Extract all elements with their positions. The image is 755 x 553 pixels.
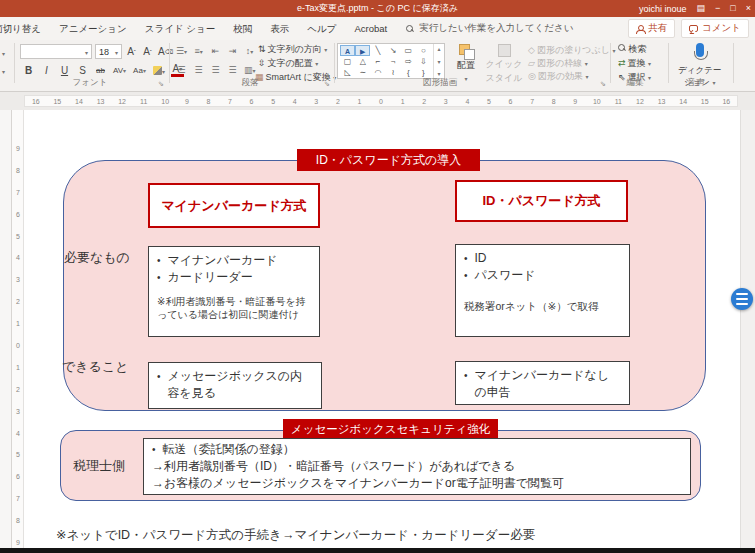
align-right-button[interactable]: ☰ [209, 63, 222, 77]
shape-glyph[interactable]: ≀ [386, 67, 401, 78]
quick-styles-button[interactable]: クイック スタイル [485, 44, 523, 85]
row-label-tax-accountant[interactable]: 税理士側 [73, 457, 125, 475]
ribbon-tab-row: 面切り替え アニメーション スライド ショー 校閲 表示 ヘルプ Acrobat… [0, 17, 755, 40]
tab-acrobat[interactable]: Acrobat [345, 17, 396, 40]
tab-animations[interactable]: アニメーション [50, 17, 136, 40]
replace-button[interactable]: 置換 [618, 57, 651, 70]
shape-glyph[interactable]: ⇩ [416, 56, 431, 67]
shape-glyph[interactable]: ▶ [355, 45, 370, 56]
needs-right-note: 税務署orネット（※）で取得 [464, 299, 621, 313]
gallery-up-icon[interactable]: ▴ [437, 45, 440, 52]
cando-left-box[interactable]: •メッセージボックスの内容を見る [148, 362, 322, 409]
share-button[interactable]: 共有 [628, 19, 675, 38]
needs-right-box[interactable]: •ID •パスワード 税務署orネット（※）で取得 [455, 244, 630, 337]
line-spacing-button[interactable]: ↕ [243, 44, 256, 58]
shape-glyph[interactable]: ▭ [401, 45, 416, 56]
bold-button[interactable]: B [22, 63, 35, 77]
cando-right-box[interactable]: •マイナンバーカードなしの申告 [455, 361, 630, 405]
shape-glyph[interactable]: ╲ [370, 45, 385, 56]
shape-glyph[interactable]: ⌐ [370, 56, 385, 67]
underline-button[interactable]: U [58, 63, 71, 77]
align-text-button[interactable]: 文字の配置 [258, 57, 318, 70]
character-spacing-button[interactable]: AV [112, 63, 127, 77]
gallery-down-icon[interactable]: ▾ [437, 58, 440, 65]
text-shadow-button[interactable]: S [76, 63, 89, 77]
find-icon [618, 44, 626, 52]
font-name-combo[interactable] [20, 44, 92, 59]
taskbar-edge [0, 548, 755, 553]
ribbon-display-options-icon[interactable]: ▤ [697, 0, 706, 17]
decrease-indent-button[interactable]: ⇤ [209, 44, 222, 58]
search-placeholder: 実行したい作業を入力してください [419, 22, 573, 35]
bullet-icon: • [157, 368, 161, 403]
shape-glyph[interactable]: ∼ [355, 67, 370, 78]
bullet-icon: • [464, 250, 468, 267]
clipboard-dropdown-icon[interactable] [2, 48, 5, 58]
align-center-button[interactable]: ☰ [192, 63, 205, 77]
minimize-icon[interactable]: − [715, 0, 720, 17]
close-icon[interactable]: × [746, 0, 751, 17]
slides-dropdown-icon[interactable] [2, 66, 5, 76]
row-label-necessary[interactable]: 必要なもの [64, 249, 130, 267]
mynumber-card-method-header[interactable]: マイナンバーカード方式 [148, 183, 320, 228]
change-case-button[interactable]: Aa [132, 63, 147, 77]
italic-button[interactable]: I [40, 63, 53, 77]
shape-glyph[interactable]: A [340, 45, 355, 56]
shape-effects-button[interactable]: 図形の効果 [528, 70, 589, 83]
shrink-font-button[interactable]: Aˇ [141, 45, 154, 59]
font-size-combo[interactable]: 18 [95, 44, 122, 59]
security-banner[interactable]: メッセージボックスセキュリティ強化 [283, 419, 498, 440]
shape-glyph[interactable]: ¬ [386, 56, 401, 67]
slide-footnote[interactable]: ※ネットでID・パスワード方式の手続き→マイナンバーカード・カードリーダー必要 [56, 527, 535, 544]
clear-formatting-button[interactable]: A⌫ [157, 45, 174, 59]
shape-glyph[interactable]: △ [355, 56, 370, 67]
row-label-cando[interactable]: できること [62, 358, 129, 376]
shape-outline-button[interactable]: 図形の枠線 [528, 57, 588, 70]
text-highlight-button[interactable] [152, 63, 166, 77]
shape-glyph[interactable]: ◺ [340, 67, 355, 78]
grow-font-button[interactable]: Aˆ [125, 45, 138, 59]
text-direction-button[interactable]: 文字列の方向 [258, 43, 327, 56]
shapes-gallery-scroll[interactable]: ▴ ▾ ▾ [433, 44, 444, 78]
floating-touch-widget[interactable] [731, 288, 753, 310]
increase-indent-button[interactable]: ⇥ [226, 44, 239, 58]
strikethrough-button[interactable]: ab [94, 63, 107, 77]
restore-icon[interactable]: □ [730, 0, 735, 17]
tab-transitions[interactable]: 面切り替え [0, 17, 50, 40]
align-left-button[interactable]: ☰ [175, 63, 188, 77]
editing-group-label: 編集 [615, 77, 655, 89]
user-name: yoichi inoue [639, 4, 687, 14]
shape-glyph[interactable]: ↘ [386, 45, 401, 56]
bullets-button[interactable]: ☰ [175, 44, 188, 58]
paragraph-dialog-launcher[interactable]: ⇘ [324, 80, 330, 88]
bullet-icon: • [152, 441, 156, 458]
drawing-dialog-launcher[interactable]: ⇘ [600, 80, 606, 88]
numbering-button[interactable]: ≡ [192, 44, 205, 58]
gallery-more-icon[interactable]: ▾ [437, 70, 440, 77]
shape-fill-button[interactable]: 図形の塗りつぶし [528, 44, 616, 57]
needs-left-box[interactable]: •マイナンバーカード •カードリーダー ※利用者識別番号・暗証番号を持っている場… [148, 246, 320, 337]
shape-glyph[interactable]: ○ [416, 45, 431, 56]
tell-me-search[interactable]: 実行したい作業を入力してください [406, 22, 573, 35]
tab-review[interactable]: 校閲 [224, 17, 261, 40]
slide-thumbnail-pane-edge[interactable] [0, 110, 12, 553]
tax-accountant-box[interactable]: •転送（委託関係の登録） →利用者識別番号（ID）・暗証番号（パスワード）があれ… [143, 438, 691, 495]
find-button[interactable]: 検索 [618, 43, 647, 56]
tab-help[interactable]: ヘルプ [298, 17, 345, 40]
font-dialog-launcher[interactable]: ⇘ [158, 80, 164, 88]
vertical-scrollbar[interactable] [740, 110, 755, 553]
horizontal-ruler: 1615141312111098765432101234567891011121… [0, 92, 755, 110]
comments-button[interactable]: コメント [681, 19, 749, 38]
slide-title-banner[interactable]: ID・パスワード方式の導入 [297, 149, 480, 171]
shape-glyph[interactable]: ⇨ [401, 56, 416, 67]
shape-glyph[interactable]: ◠ [370, 67, 385, 78]
drawing-group-label: 図形描画 [400, 77, 480, 89]
tab-view[interactable]: 表示 [261, 17, 298, 40]
id-password-method-header[interactable]: ID・パスワード方式 [455, 180, 628, 222]
bullet-icon: • [157, 269, 161, 286]
shape-glyph[interactable]: ▢ [340, 56, 355, 67]
justify-button[interactable]: ☰ [226, 63, 239, 77]
tab-slideshow[interactable]: スライド ショー [136, 17, 224, 40]
microphone-icon [692, 43, 708, 65]
arrange-icon [459, 44, 473, 58]
